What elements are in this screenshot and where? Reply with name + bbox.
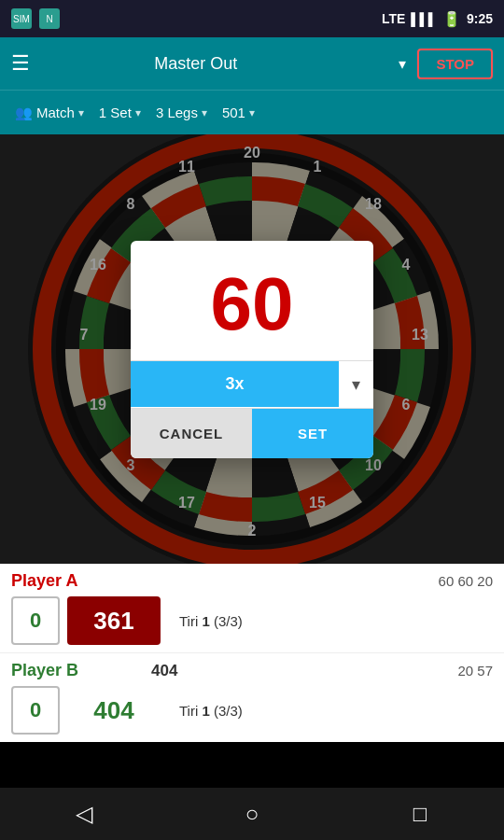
legs-arrow: ▾: [202, 106, 207, 119]
player-a-section: Player A 60 60 20 0 361 Tiri 1 (3/3): [0, 564, 504, 652]
player-b-section: Player B 404 20 57 0 404 Tiri 1 (3/3): [0, 652, 504, 742]
back-button[interactable]: ◁: [61, 791, 107, 837]
set-button[interactable]: SET: [252, 409, 373, 458]
clock: 9:25: [467, 11, 493, 26]
top-nav: ☰ Master Out ▾ STOP: [0, 37, 504, 90]
player-b-tiri-num: 1: [202, 703, 209, 719]
multiplier-button[interactable]: 3x: [131, 361, 339, 407]
signal-bars: ▌▌▌: [411, 12, 437, 26]
home-button[interactable]: ○: [229, 791, 275, 837]
dialog-buttons: CANCEL SET: [131, 409, 373, 458]
match-bar: 👥 Match ▾ 1 Set ▾ 3 Legs ▾ 501 ▾: [0, 90, 504, 134]
player-a-tiri: Tiri 1 (3/3): [179, 613, 243, 629]
sets-label: 1 Set: [99, 105, 132, 120]
player-b-name: Player B: [11, 661, 95, 680]
status-bar-left: SIM N: [11, 8, 60, 29]
player-a-recent: 60 60 20: [439, 573, 493, 589]
player-b-tiri: Tiri 1 (3/3): [179, 703, 243, 719]
home-icon: ○: [245, 801, 259, 827]
back-icon: ◁: [76, 801, 92, 827]
match-item[interactable]: 👥 Match ▾: [7, 105, 91, 121]
match-label: Match: [36, 105, 75, 120]
player-b-score-zero: 0: [11, 686, 60, 735]
dialog-score-value: 60: [131, 241, 373, 361]
player-a-score-boxes: 0 361 Tiri 1 (3/3): [11, 596, 493, 645]
multiplier-dropdown-arrow[interactable]: ▾: [339, 361, 373, 408]
recents-button[interactable]: □: [397, 791, 443, 837]
player-a-name: Player A: [11, 571, 95, 591]
sim-icon: SIM: [11, 8, 32, 29]
recents-icon: □: [413, 801, 427, 827]
player-a-tiri-sub: (3/3): [214, 613, 243, 629]
player-b-recent: 20 57: [457, 663, 493, 679]
battery-icon: 🔋: [442, 10, 461, 28]
score-arrow: ▾: [249, 106, 255, 119]
score-item[interactable]: 501 ▾: [215, 105, 262, 120]
player-b-score-main: 404: [67, 686, 161, 735]
player-b-score-boxes: 0 404 Tiri 1 (3/3): [11, 686, 493, 735]
legs-label: 3 Legs: [156, 105, 198, 120]
app-icon: N: [39, 8, 60, 29]
legs-item[interactable]: 3 Legs ▾: [148, 105, 215, 120]
player-a-tiri-label: Tiri: [179, 613, 198, 629]
dialog-multiplier-row: 3x ▾: [131, 361, 373, 409]
players-icon: 👥: [15, 105, 33, 121]
sets-arrow: ▾: [135, 106, 141, 119]
match-arrow: ▾: [78, 106, 84, 119]
player-b-current-score: 404: [151, 662, 177, 680]
player-a-header-row: Player A 60 60 20: [11, 571, 493, 591]
player-a-score-zero: 0: [11, 596, 60, 645]
stop-button[interactable]: STOP: [417, 49, 493, 79]
player-a-score-main: 361: [67, 596, 161, 645]
status-bar: SIM N LTE ▌▌▌ 🔋 9:25: [0, 0, 504, 37]
score-dialog: 60 3x ▾ CANCEL SET: [131, 241, 373, 458]
sets-item[interactable]: 1 Set ▾: [91, 105, 148, 120]
nav-title: Master Out: [4, 54, 387, 74]
title-dropdown-arrow[interactable]: ▾: [399, 55, 406, 73]
bottom-nav: ◁ ○ □: [0, 788, 504, 840]
player-b-header-row: Player B 404 20 57: [11, 661, 493, 680]
dialog-overlay: 60 3x ▾ CANCEL SET: [0, 134, 504, 564]
score-area: Player A 60 60 20 0 361 Tiri 1 (3/3) Pla…: [0, 564, 504, 742]
dartboard-area: 20 1 18 4 13 6 10 15 2 17 3 19 7 16 8 11…: [0, 134, 504, 564]
cancel-button[interactable]: CANCEL: [131, 409, 252, 458]
player-b-tiri-sub: (3/3): [214, 703, 243, 719]
player-a-tiri-num: 1: [202, 613, 209, 629]
player-b-tiri-label: Tiri: [179, 703, 198, 719]
score-label: 501: [222, 105, 245, 120]
lte-indicator: LTE: [382, 11, 405, 26]
